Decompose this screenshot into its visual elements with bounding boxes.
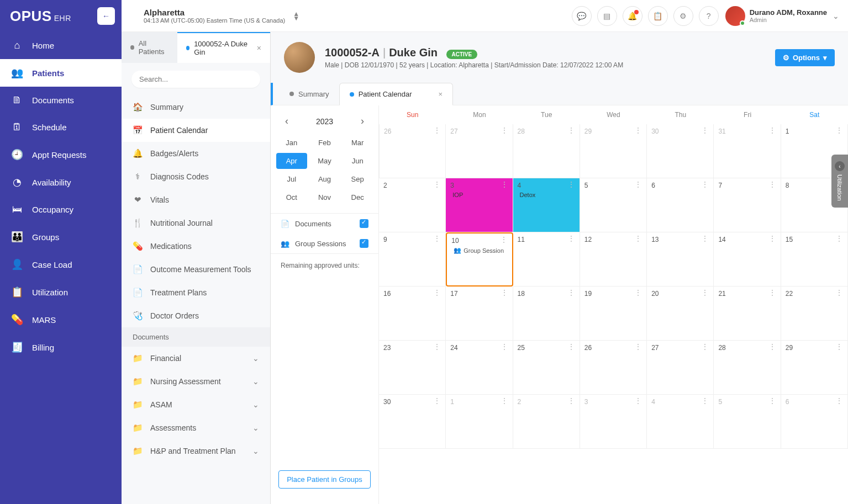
book-icon-button[interactable]: ▤ [597,6,617,26]
cell-menu-icon[interactable]: ⋮ [501,129,508,132]
sidebar-item-availability[interactable]: ◔Availability [0,168,122,196]
calendar-cell[interactable]: 2⋮ [379,178,446,232]
filter-group-sessions[interactable]: 👥 Group Sessions [271,234,378,253]
psb-doc-financial[interactable]: 📁Financial⌄ [122,347,270,370]
cell-menu-icon[interactable]: ⋮ [567,345,575,348]
sidebar-item-mars[interactable]: 💊MARS [0,306,122,333]
calendar-cell[interactable]: 5⋮ [714,395,781,449]
sidebar-item-patients[interactable]: 👥Patients [0,59,122,87]
cell-menu-icon[interactable]: ⋮ [433,399,441,402]
cell-menu-icon[interactable]: ⋮ [501,183,508,186]
calendar-cell[interactable]: 27⋮ [647,341,714,395]
calendar-cell[interactable]: 12⋮ [580,232,647,287]
close-icon[interactable]: × [257,44,261,52]
psb-doc-assessments[interactable]: 📁Assessments⌄ [122,416,270,439]
options-button[interactable]: ⚙ Options ▾ [775,49,835,66]
clipboard-icon-button[interactable]: 📋 [648,6,668,26]
sidebar-item-home[interactable]: ⌂Home [0,32,122,59]
calendar-cell[interactable]: 29⋮ [781,341,848,395]
calendar-cell[interactable]: 6⋮ [647,178,714,232]
sidebar-item-utilization[interactable]: 📋Utilization [0,278,122,306]
calendar-cell[interactable]: 18⋮ [513,287,580,341]
calendar-cell[interactable]: 28⋮ [513,124,580,178]
calendar-cell[interactable]: 27⋮ [446,124,513,178]
month-nov[interactable]: Nov [309,189,340,205]
sidebar-collapse-button[interactable]: ← [97,7,115,25]
cell-menu-icon[interactable]: ⋮ [835,129,843,132]
calendar-cell[interactable]: 30⋮ [379,395,446,449]
user-menu[interactable]: Durano ADM, Roxanne Admin ⌄ [725,6,839,26]
psb-doc-nursing-assessment[interactable]: 📁Nursing Assessment⌄ [122,370,270,393]
psb-item-treatment-plans[interactable]: 📄Treatment Plans [122,281,270,304]
calendar-cell[interactable]: 31⋮ [714,124,781,178]
tab-patient-1000052a[interactable]: 1000052-A Duke Gin × [177,32,270,63]
psb-doc-h-p-and-treatment-plan[interactable]: 📁H&P and Treatment Plan⌄ [122,439,270,463]
tab-patient-calendar[interactable]: Patient Calendar × [339,83,453,105]
sidebar-item-appt-requests[interactable]: 🕘Appt Requests [0,141,122,168]
calendar-cell[interactable]: 13⋮ [647,232,714,287]
calendar-cell[interactable]: 1⋮ [446,395,513,449]
calendar-cell[interactable]: 25⋮ [513,341,580,395]
calendar-cell[interactable]: 30⋮ [647,124,714,178]
psb-item-medications[interactable]: 💊Medications [122,235,270,258]
psb-item-vitals[interactable]: ❤Vitals [122,188,270,211]
tab-summary[interactable]: Summary [280,83,339,105]
month-jan[interactable]: Jan [276,135,307,151]
calendar-cell[interactable]: 23⋮ [379,341,446,395]
calendar-cell[interactable]: 3⋮IOP [446,178,513,232]
cell-menu-icon[interactable]: ⋮ [433,129,441,132]
bell-icon-button[interactable]: 🔔 [623,6,642,26]
cell-menu-icon[interactable]: ⋮ [768,129,776,132]
month-jun[interactable]: Jun [342,153,373,169]
month-sep[interactable]: Sep [342,171,373,187]
tab-all-patients[interactable]: All Patients [122,32,177,63]
cell-menu-icon[interactable]: ⋮ [768,291,776,294]
cell-menu-icon[interactable]: ⋮ [567,237,575,240]
cell-menu-icon[interactable]: ⋮ [634,291,642,294]
calendar-cell[interactable]: 6⋮ [781,395,848,449]
cell-menu-icon[interactable]: ⋮ [433,345,441,348]
cell-menu-icon[interactable]: ⋮ [501,291,508,294]
month-aug[interactable]: Aug [309,171,340,187]
cell-menu-icon[interactable]: ⋮ [768,399,776,402]
psb-doc-asam[interactable]: 📁ASAM⌄ [122,393,270,416]
next-year-button[interactable]: › [356,113,368,129]
cell-menu-icon[interactable]: ⋮ [567,291,575,294]
calendar-cell[interactable]: 22⋮ [781,287,848,341]
help-icon-button[interactable]: ? [699,6,719,26]
cell-menu-icon[interactable]: ⋮ [634,345,642,348]
psb-item-summary[interactable]: 🏠Summary [122,96,270,119]
close-icon[interactable]: × [438,90,443,98]
calendar-cell[interactable]: 26⋮ [379,124,446,178]
cell-menu-icon[interactable]: ⋮ [701,237,709,240]
sidebar-item-billing[interactable]: 🧾Billing [0,333,122,361]
cell-menu-icon[interactable]: ⋮ [567,183,575,186]
calendar-cell[interactable]: 5⋮ [580,178,647,232]
sidebar-item-groups[interactable]: 👪Groups [0,223,122,251]
calendar-cell[interactable]: 20⋮ [647,287,714,341]
cell-menu-icon[interactable]: ⋮ [634,399,642,402]
calendar-cell[interactable]: 4⋮ [647,395,714,449]
location-selector[interactable]: Alpharetta 04:13 AM (UTC-05:00) Eastern … [130,8,299,24]
checkbox-checked-icon[interactable] [360,239,368,248]
calendar-cell[interactable]: 29⋮ [580,124,647,178]
calendar-cell[interactable]: 19⋮ [580,287,647,341]
place-patient-button[interactable]: Place Patient in Groups [278,470,371,489]
calendar-cell[interactable]: 21⋮ [714,287,781,341]
cell-menu-icon[interactable]: ⋮ [433,291,441,294]
cell-menu-icon[interactable]: ⋮ [701,291,709,294]
cell-menu-icon[interactable]: ⋮ [835,399,843,402]
patient-search-input[interactable] [131,71,260,88]
sidebar-item-occupancy[interactable]: 🛏Occupancy [0,196,122,223]
cell-menu-icon[interactable]: ⋮ [835,237,843,240]
calendar-cell[interactable]: 9⋮ [379,232,446,287]
psb-item-patient-calendar[interactable]: 📅Patient Calendar [122,119,270,142]
month-apr[interactable]: Apr [276,153,307,169]
month-mar[interactable]: Mar [342,135,373,151]
calendar-cell[interactable]: 11⋮ [513,232,580,287]
month-feb[interactable]: Feb [309,135,340,151]
month-jul[interactable]: Jul [276,171,307,187]
calendar-cell[interactable]: 17⋮ [446,287,513,341]
chat-icon-button[interactable]: 💬 [572,6,592,26]
sidebar-item-documents[interactable]: 🗎Documents [0,87,122,114]
